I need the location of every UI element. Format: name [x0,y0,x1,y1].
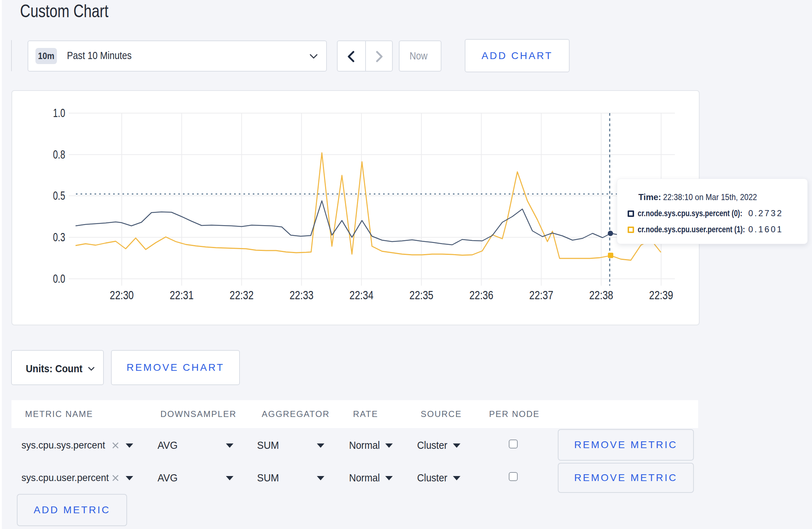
svg-text:0.5: 0.5 [53,189,65,202]
svg-text:22:35: 22:35 [410,288,434,302]
svg-text:22:39: 22:39 [649,288,673,302]
svg-text:22:36: 22:36 [469,288,493,302]
svg-text:22:38: 22:38 [589,288,613,302]
svg-text:22:33: 22:33 [290,288,314,302]
svg-text:0.8: 0.8 [53,148,65,161]
svg-text:22:32: 22:32 [229,288,253,302]
svg-text:0.3: 0.3 [53,230,65,244]
svg-text:0.0: 0.0 [53,272,65,285]
svg-text:1.0: 1.0 [53,106,65,120]
svg-text:22:34: 22:34 [349,288,373,302]
svg-text:22:37: 22:37 [529,288,553,302]
svg-text:22:31: 22:31 [170,288,194,302]
svg-text:22:30: 22:30 [110,288,134,302]
